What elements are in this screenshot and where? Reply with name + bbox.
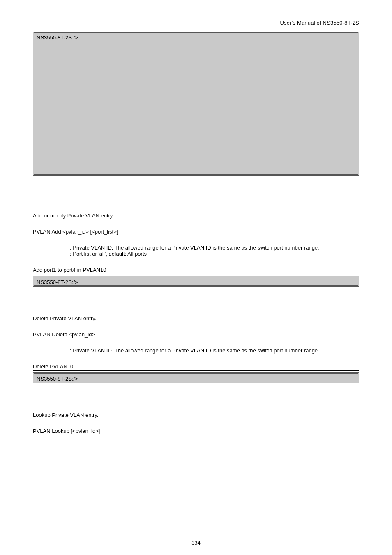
pvlan-add-example: Add port1 to port4 in PVLAN10 — [33, 267, 359, 273]
terminal-output-box: NS3550-8T-2S:/> — [33, 32, 359, 176]
pvlan-add-param-portlist: : Port list or 'all', default: All ports — [70, 251, 359, 257]
pvlan-add-params: : Private VLAN ID. The allowed range for… — [33, 245, 359, 257]
pvlan-delete-description: Delete Private VLAN entry. — [33, 315, 359, 321]
pvlan-delete-params: : Private VLAN ID. The allowed range for… — [33, 347, 359, 354]
pvlan-lookup-syntax: PVLAN Lookup [<pvlan_id>] — [33, 428, 359, 434]
terminal-output-box: NS3550-8T-2S:/> — [33, 276, 359, 287]
pvlan-add-description: Add or modify Private VLAN entry. — [33, 213, 359, 219]
terminal-prompt: NS3550-8T-2S:/> — [37, 279, 78, 285]
pvlan-add-syntax: PVLAN Add <pvlan_id> [<port_list>] — [33, 229, 359, 235]
document-page: User's Manual of NS3550-8T-2S NS3550-8T-… — [0, 0, 392, 555]
pvlan-delete-param-id: : Private VLAN ID. The allowed range for… — [70, 347, 359, 354]
page-number: 334 — [0, 540, 392, 546]
terminal-prompt: NS3550-8T-2S:/> — [37, 35, 78, 41]
page-header-title: User's Manual of NS3550-8T-2S — [33, 20, 359, 26]
pvlan-add-param-id: : Private VLAN ID. The allowed range for… — [70, 245, 359, 251]
pvlan-delete-syntax: PVLAN Delete <pvlan_id> — [33, 331, 359, 338]
pvlan-lookup-description: Lookup Private VLAN entry. — [33, 412, 359, 418]
pvlan-delete-example: Delete PVLAN10 — [33, 363, 359, 370]
terminal-prompt: NS3550-8T-2S:/> — [37, 376, 78, 382]
terminal-output-box: NS3550-8T-2S:/> — [33, 372, 359, 383]
